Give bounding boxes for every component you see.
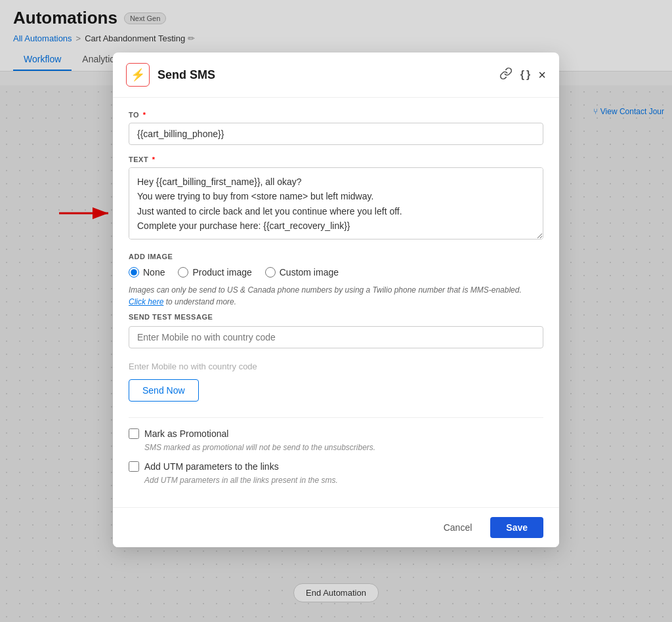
modal-body: TO * TEXT * Hey {{cart_billing_first_nam… bbox=[113, 98, 559, 507]
send-test-label: SEND TEST MESSAGE bbox=[129, 313, 543, 321]
mark-promotional-checkbox[interactable] bbox=[129, 428, 139, 439]
modal-overlay: ⚡ Send SMS { } × TO * bbox=[0, 0, 672, 622]
save-button[interactable]: Save bbox=[490, 517, 543, 538]
mark-promotional-desc: SMS marked as promotional will not be se… bbox=[144, 443, 543, 452]
text-label: TEXT * bbox=[129, 156, 543, 163]
mark-promotional-label: Mark as Promotional bbox=[144, 428, 228, 439]
utm-params-checkbox[interactable] bbox=[129, 461, 139, 472]
modal-footer: Cancel Save bbox=[113, 507, 559, 547]
required-star-to: * bbox=[140, 111, 146, 119]
image-info-text: Images can only be send to US & Canada p… bbox=[129, 284, 543, 308]
to-input[interactable] bbox=[129, 123, 543, 145]
send-now-button[interactable]: Send Now bbox=[129, 379, 199, 402]
utm-params-label: Add UTM parameters to the links bbox=[144, 461, 279, 472]
click-here-link[interactable]: Click here bbox=[129, 297, 163, 306]
modal-icon-wrap: ⚡ bbox=[126, 63, 150, 87]
lightning-icon: ⚡ bbox=[131, 68, 145, 82]
section-divider-1 bbox=[129, 417, 543, 418]
radio-none-label: None bbox=[143, 267, 165, 278]
close-button[interactable]: × bbox=[538, 68, 546, 83]
cancel-button[interactable]: Cancel bbox=[433, 517, 483, 538]
test-placeholder-hint: Enter Mobile no with country code bbox=[129, 362, 543, 371]
to-label: TO * bbox=[129, 111, 543, 119]
utm-params-row: Add UTM parameters to the links bbox=[129, 461, 543, 472]
text-input[interactable]: Hey {{cart_billing_first_name}}, all oka… bbox=[129, 167, 543, 239]
radio-product-image[interactable]: Product image bbox=[178, 267, 251, 278]
radio-custom-input[interactable] bbox=[265, 267, 276, 278]
send-sms-modal: ⚡ Send SMS { } × TO * bbox=[113, 52, 559, 547]
add-image-label: ADD IMAGE bbox=[129, 253, 543, 260]
code-icon[interactable]: { } bbox=[520, 69, 531, 81]
radio-none[interactable]: None bbox=[129, 267, 165, 278]
test-message-input[interactable] bbox=[129, 326, 543, 348]
link-icon[interactable] bbox=[499, 67, 513, 83]
radio-custom-image[interactable]: Custom image bbox=[265, 267, 339, 278]
modal-title: Send SMS bbox=[158, 68, 492, 82]
image-radio-group: None Product image Custom image bbox=[129, 267, 543, 278]
modal-header: ⚡ Send SMS { } × bbox=[113, 52, 559, 98]
radio-none-input[interactable] bbox=[129, 267, 139, 278]
required-star-text: * bbox=[150, 156, 155, 163]
utm-params-desc: Add UTM parameters in all the links pres… bbox=[144, 476, 543, 485]
radio-custom-label: Custom image bbox=[280, 267, 339, 278]
radio-product-input[interactable] bbox=[178, 267, 188, 278]
radio-product-label: Product image bbox=[192, 267, 251, 278]
mark-promotional-row: Mark as Promotional bbox=[129, 428, 543, 439]
modal-header-actions: { } × bbox=[499, 67, 546, 83]
